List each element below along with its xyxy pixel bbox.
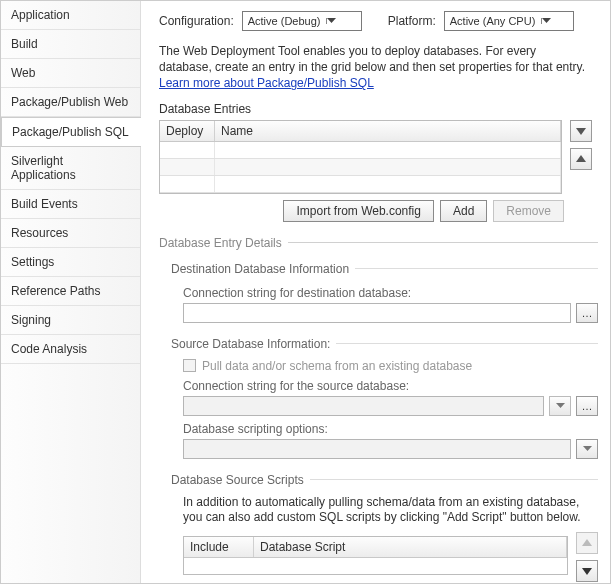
entries-grid[interactable]: Deploy Name bbox=[159, 120, 562, 194]
svg-marker-4 bbox=[556, 403, 565, 408]
tab-reference-paths[interactable]: Reference Paths bbox=[1, 277, 140, 306]
col-include[interactable]: Include bbox=[184, 537, 254, 557]
col-deploy[interactable]: Deploy bbox=[160, 121, 215, 141]
config-row: Configuration: Active (Debug) Platform: … bbox=[159, 11, 592, 31]
source-conn-browse-button[interactable]: … bbox=[576, 396, 598, 416]
remove-button: Remove bbox=[493, 200, 564, 222]
svg-marker-3 bbox=[576, 155, 586, 162]
table-row[interactable] bbox=[160, 142, 561, 159]
details-group: Database Entry Details Destination Datab… bbox=[159, 236, 598, 583]
col-name[interactable]: Name bbox=[215, 121, 561, 141]
source-legend: Source Database Information: bbox=[171, 337, 330, 351]
script-opts-input bbox=[183, 439, 571, 459]
tab-build[interactable]: Build bbox=[1, 30, 140, 59]
configuration-value: Active (Debug) bbox=[248, 15, 321, 27]
script-move-down-button[interactable] bbox=[576, 560, 598, 582]
svg-marker-0 bbox=[327, 18, 336, 23]
dest-legend: Destination Database Information bbox=[171, 262, 349, 276]
dest-conn-input[interactable] bbox=[183, 303, 571, 323]
chevron-down-icon bbox=[583, 446, 592, 452]
platform-dropdown[interactable]: Active (Any CPU) bbox=[444, 11, 574, 31]
scripts-note: In addition to automatically pulling sch… bbox=[183, 495, 598, 526]
intro-body: The Web Deployment Tool enables you to d… bbox=[159, 44, 585, 74]
svg-marker-7 bbox=[582, 568, 592, 575]
ellipsis-icon: … bbox=[582, 307, 593, 319]
platform-value: Active (Any CPU) bbox=[450, 15, 536, 27]
chevron-down-icon bbox=[541, 18, 556, 24]
dest-conn-browse-button[interactable]: … bbox=[576, 303, 598, 323]
tab-resources[interactable]: Resources bbox=[1, 219, 140, 248]
tab-code-analysis[interactable]: Code Analysis bbox=[1, 335, 140, 364]
dest-conn-label: Connection string for destination databa… bbox=[183, 286, 598, 300]
configuration-dropdown[interactable]: Active (Debug) bbox=[242, 11, 362, 31]
tab-signing[interactable]: Signing bbox=[1, 306, 140, 335]
source-conn-label: Connection string for the source databas… bbox=[183, 379, 598, 393]
learn-more-link[interactable]: Learn more about Package/Publish SQL bbox=[159, 76, 374, 90]
source-conn-dropdown-button[interactable] bbox=[549, 396, 571, 416]
tab-settings[interactable]: Settings bbox=[1, 248, 140, 277]
move-down-button[interactable] bbox=[570, 120, 592, 142]
tab-silverlight-applications[interactable]: Silverlight Applications bbox=[1, 147, 140, 190]
scripts-grid[interactable]: Include Database Script bbox=[183, 536, 568, 575]
ellipsis-icon: … bbox=[582, 400, 593, 412]
arrow-down-icon bbox=[576, 126, 586, 136]
tab-application[interactable]: Application bbox=[1, 1, 140, 30]
script-opts-dropdown-button[interactable] bbox=[576, 439, 598, 459]
script-move-up-button bbox=[576, 532, 598, 554]
pull-data-checkbox[interactable] bbox=[183, 359, 196, 372]
sidebar: Application Build Web Package/Publish We… bbox=[1, 1, 141, 583]
tab-build-events[interactable]: Build Events bbox=[1, 190, 140, 219]
entries-title: Database Entries bbox=[159, 102, 592, 116]
table-row[interactable] bbox=[160, 176, 561, 193]
tab-package-publish-web[interactable]: Package/Publish Web bbox=[1, 88, 140, 117]
move-up-button[interactable] bbox=[570, 148, 592, 170]
svg-marker-5 bbox=[583, 446, 592, 451]
chevron-down-icon bbox=[326, 18, 341, 24]
table-row[interactable] bbox=[160, 159, 561, 176]
add-button[interactable]: Add bbox=[440, 200, 487, 222]
configuration-label: Configuration: bbox=[159, 14, 234, 28]
script-opts-label: Database scripting options: bbox=[183, 422, 598, 436]
arrow-up-icon bbox=[582, 538, 592, 548]
col-script[interactable]: Database Script bbox=[254, 537, 567, 557]
source-conn-input bbox=[183, 396, 544, 416]
tab-web[interactable]: Web bbox=[1, 59, 140, 88]
svg-marker-2 bbox=[576, 128, 586, 135]
entries-grid-body bbox=[160, 142, 561, 193]
details-legend: Database Entry Details bbox=[159, 236, 288, 250]
intro-text: The Web Deployment Tool enables you to d… bbox=[159, 43, 592, 92]
pull-data-label: Pull data and/or schema from an existing… bbox=[202, 359, 472, 373]
tab-package-publish-sql[interactable]: Package/Publish SQL bbox=[1, 117, 141, 147]
scripts-legend: Database Source Scripts bbox=[171, 473, 304, 487]
content-panel: Configuration: Active (Debug) Platform: … bbox=[141, 1, 610, 583]
entries-grid-header: Deploy Name bbox=[160, 121, 561, 142]
platform-label: Platform: bbox=[388, 14, 436, 28]
svg-marker-6 bbox=[582, 539, 592, 546]
arrow-down-icon bbox=[582, 566, 592, 576]
chevron-down-icon bbox=[556, 403, 565, 409]
svg-marker-1 bbox=[542, 18, 551, 23]
import-webconfig-button[interactable]: Import from Web.config bbox=[283, 200, 434, 222]
arrow-up-icon bbox=[576, 154, 586, 164]
